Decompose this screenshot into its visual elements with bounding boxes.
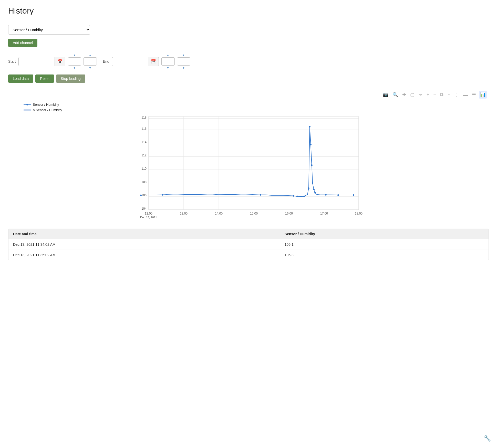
svg-point-50: [317, 194, 318, 195]
home-icon[interactable]: ⌂: [447, 91, 451, 99]
chart-area[interactable]: 104 106 108 110 112 114 116 118 12:00 De…: [8, 114, 489, 221]
page-title: History: [8, 6, 489, 20]
svg-text:104: 104: [141, 207, 147, 210]
start-time-group: ▲ 11 ▼ : ▲ 34 ▼: [68, 53, 97, 70]
svg-text:13:00: 13:00: [180, 212, 188, 215]
pan-icon[interactable]: ✚: [401, 91, 407, 99]
svg-text:15:00: 15:00: [250, 212, 258, 215]
end-label: End: [103, 59, 109, 63]
lasso-icon[interactable]: ⚭: [418, 91, 423, 99]
legend-delta-label: Δ Sensor / Humidity: [33, 108, 62, 112]
end-date-wrap: 2021-12-13 📅: [112, 57, 159, 66]
zoom-icon[interactable]: 🔍: [391, 91, 399, 99]
zoom-in-icon[interactable]: +: [426, 91, 430, 99]
start-time-colon: :: [82, 59, 83, 65]
bar-chart-icon[interactable]: 📊: [479, 91, 487, 99]
end-calendar-icon[interactable]: 📅: [148, 57, 159, 66]
chart-dots: [140, 126, 354, 197]
end-date-input[interactable]: 2021-12-13: [112, 58, 148, 65]
start-hour-input[interactable]: 11: [68, 57, 81, 66]
add-channel-button[interactable]: Add channel: [8, 39, 37, 47]
start-date-wrap: 2021-12-13 📅: [18, 57, 65, 66]
data-table: Date and time Sensor / Humidity Dec 13, …: [8, 229, 489, 260]
spike-lines-icon[interactable]: ⋮: [453, 91, 460, 99]
start-hour-spinner: ▲ 11 ▼: [68, 53, 81, 70]
svg-text:17:00: 17:00: [320, 212, 328, 215]
camera-icon[interactable]: 📷: [382, 91, 389, 99]
svg-text:106: 106: [141, 194, 147, 197]
end-minute-down-button[interactable]: ▼: [180, 66, 187, 70]
svg-text:14:00: 14:00: [215, 212, 223, 215]
legend-item-line: Sensor / Humidity: [24, 103, 489, 106]
svg-point-48: [313, 189, 315, 190]
start-hour-down-button[interactable]: ▼: [71, 66, 78, 70]
end-hour-spinner: ▲ 22 ▼: [161, 53, 175, 70]
channel-select[interactable]: Sensor / Humidity: [8, 25, 90, 35]
svg-point-36: [227, 194, 229, 195]
chart-svg: 104 106 108 110 112 114 116 118 12:00 De…: [8, 114, 489, 221]
svg-point-37: [260, 194, 261, 196]
end-hour-input[interactable]: 22: [161, 57, 175, 66]
show-closest-icon[interactable]: ▬: [462, 91, 469, 99]
svg-rect-32: [149, 116, 359, 210]
svg-point-52: [337, 194, 339, 196]
svg-point-42: [307, 194, 308, 195]
legend-delta-indicator: [24, 109, 31, 111]
reset-button[interactable]: Reset: [35, 74, 54, 83]
end-time-colon: :: [175, 59, 177, 65]
start-hour-up-button[interactable]: ▲: [71, 53, 78, 57]
autoscale-icon[interactable]: ⧉: [439, 91, 444, 99]
zoom-out-icon[interactable]: −: [432, 91, 437, 99]
svg-point-33: [140, 195, 142, 196]
legend-line-indicator: [24, 104, 31, 105]
svg-point-34: [162, 194, 163, 196]
end-hour-up-button[interactable]: ▲: [165, 53, 171, 57]
legend-item-delta: Δ Sensor / Humidity: [24, 108, 489, 112]
data-table-wrap: Date and time Sensor / Humidity Dec 13, …: [8, 229, 489, 260]
end-group: End 2021-12-13 📅 ▲ 22 ▼ : ▲ 06 ▼: [103, 53, 190, 70]
load-data-button[interactable]: Load data: [8, 74, 33, 83]
cell-value: 105.3: [280, 250, 489, 260]
start-minute-input[interactable]: 34: [84, 57, 97, 66]
svg-text:Dec 13, 2021: Dec 13, 2021: [140, 216, 157, 219]
svg-text:112: 112: [141, 154, 147, 157]
col-value-header: Sensor / Humidity: [280, 229, 489, 239]
selection-icon[interactable]: ▢: [409, 91, 416, 99]
start-minute-down-button[interactable]: ▼: [87, 66, 93, 70]
svg-point-43: [308, 187, 309, 189]
stop-loading-button[interactable]: Stop loading: [56, 74, 85, 83]
table-row: Dec 13, 2021 11:34:02 AM105.1: [8, 239, 489, 250]
start-group: Start 2021-12-13 📅 ▲ 11 ▼ : ▲ 34 ▼: [8, 53, 97, 70]
svg-text:12:00: 12:00: [145, 212, 152, 215]
legend-line-label: Sensor / Humidity: [33, 103, 59, 106]
svg-point-47: [312, 182, 313, 184]
end-minute-up-button[interactable]: ▲: [180, 53, 187, 57]
svg-point-44: [309, 126, 310, 127]
svg-point-41: [303, 196, 305, 197]
start-calendar-icon[interactable]: 📅: [55, 57, 65, 66]
end-minute-input[interactable]: 06: [177, 57, 190, 66]
chart-legend: Sensor / Humidity Δ Sensor / Humidity: [8, 101, 489, 114]
cell-datetime: Dec 13, 2021 11:34:02 AM: [8, 239, 280, 250]
end-hour-down-button[interactable]: ▼: [165, 66, 171, 70]
start-minute-up-button[interactable]: ▲: [87, 53, 93, 57]
chart-line: [133, 127, 359, 197]
svg-point-35: [195, 194, 196, 195]
svg-point-40: [300, 196, 302, 197]
svg-point-45: [310, 144, 312, 145]
end-minute-spinner: ▲ 06 ▼: [177, 53, 190, 70]
svg-point-38: [293, 195, 294, 197]
svg-text:110: 110: [141, 167, 147, 170]
svg-point-39: [296, 196, 298, 197]
svg-point-46: [311, 164, 313, 166]
cell-datetime: Dec 13, 2021 11:35:02 AM: [8, 250, 280, 260]
svg-text:118: 118: [141, 116, 147, 119]
svg-point-49: [314, 192, 316, 194]
svg-point-53: [353, 194, 354, 196]
svg-text:16:00: 16:00: [285, 212, 293, 215]
compare-icon[interactable]: ☰: [471, 91, 477, 99]
table-row: Dec 13, 2021 11:35:02 AM105.3: [8, 250, 489, 260]
start-date-input[interactable]: 2021-12-13: [19, 58, 55, 65]
svg-text:18:00: 18:00: [355, 212, 363, 215]
chart-container: 📷 🔍 ✚ ▢ ⚭ + − ⧉ ⌂ ⋮ ▬ ☰ 📊 Sensor / Humid…: [8, 90, 489, 221]
